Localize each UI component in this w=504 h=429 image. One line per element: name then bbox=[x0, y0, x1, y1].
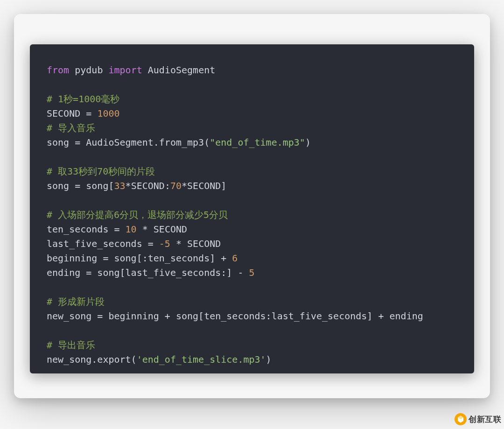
code-content: from pydub import AudioSegment # 1秒=1000… bbox=[47, 63, 457, 367]
class-audiosegment: AudioSegment bbox=[148, 64, 216, 76]
keyword-from: from bbox=[47, 64, 69, 76]
number-10: 10 bbox=[126, 224, 137, 235]
number-1000: 1000 bbox=[97, 108, 119, 119]
number-neg5: -5 bbox=[159, 238, 170, 249]
code-text: SECOND = bbox=[47, 108, 97, 119]
comment-4: # 入场部分提高6分贝，退场部分减少5分贝 bbox=[47, 209, 228, 220]
code-block: from pydub import AudioSegment # 1秒=1000… bbox=[30, 44, 474, 373]
code-text: new_song = beginning + song[ten_seconds:… bbox=[47, 310, 423, 322]
code-text: beginning = song[:ten_seconds] + bbox=[47, 253, 232, 264]
comment-3: # 取33秒到70秒间的片段 bbox=[47, 166, 155, 177]
code-text: new_song.export( bbox=[47, 354, 137, 365]
watermark-logo-icon bbox=[455, 413, 467, 425]
code-text: * SECOND bbox=[170, 238, 221, 249]
watermark: 创新互联 bbox=[455, 413, 501, 425]
comment-2: # 导入音乐 bbox=[47, 122, 95, 134]
code-text: ) bbox=[266, 354, 272, 365]
module-pydub: pydub bbox=[75, 64, 103, 76]
watermark-text: 创新互联 bbox=[469, 414, 501, 425]
comment-1: # 1秒=1000毫秒 bbox=[47, 93, 119, 105]
number-70: 70 bbox=[170, 180, 182, 191]
code-text: song = song[ bbox=[47, 180, 114, 191]
number-5: 5 bbox=[249, 267, 254, 278]
string-file: "end_of_time.mp3" bbox=[210, 137, 305, 148]
code-text: last_five_seconds = bbox=[47, 238, 159, 249]
number-33: 33 bbox=[114, 180, 126, 191]
code-text: ending = song[last_five_seconds:] - bbox=[47, 267, 249, 278]
code-text: * SECOND bbox=[137, 224, 187, 235]
code-text: ) bbox=[305, 137, 311, 148]
keyword-import: import bbox=[108, 64, 142, 76]
code-text: *SECOND] bbox=[182, 180, 226, 191]
code-text: song = AudioSegment.from_mp3( bbox=[47, 137, 210, 148]
number-6: 6 bbox=[232, 253, 238, 264]
comment-5: # 形成新片段 bbox=[47, 296, 105, 307]
code-text: *SECOND: bbox=[126, 180, 170, 191]
code-text: ten_seconds = bbox=[47, 224, 126, 235]
comment-6: # 导出音乐 bbox=[47, 339, 95, 351]
string-outfile: 'end_of_time_slice.mp3' bbox=[137, 354, 266, 365]
